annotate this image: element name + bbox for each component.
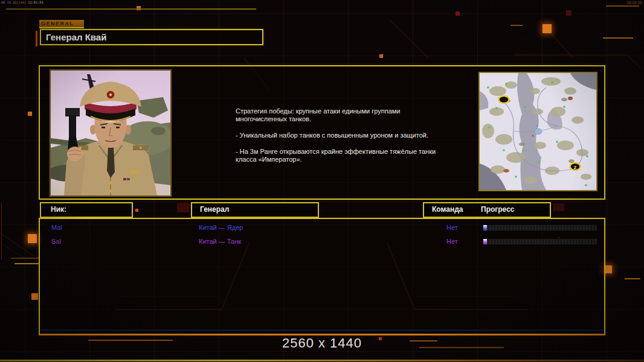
progress-ticks [483, 225, 597, 230]
map-start-marker-2: 2 [570, 163, 581, 170]
header-progress-label: Прогресс [481, 203, 514, 216]
player-row: Sal Китай — Танк Нет [40, 235, 604, 249]
deco-line [603, 37, 633, 39]
tab-general[interactable]: GENERAL [39, 20, 84, 28]
debug-token: [144] [16, 1, 26, 4]
deco-line [6, 8, 256, 10]
map-preview: 2 [478, 72, 597, 191]
deco-square [31, 293, 38, 300]
general-portrait-image [51, 71, 170, 195]
player-progress-bar [482, 238, 598, 246]
player-row: Mal Китай — Ядер Нет [40, 221, 604, 235]
resolution-label: 2560 x 1440 [0, 335, 644, 351]
deco-square [379, 54, 383, 58]
header-team-label: Команда [432, 203, 463, 216]
general-title-box: Генерал Квай [40, 29, 263, 45]
deco-square [543, 24, 552, 33]
header-nick: Ник: [40, 202, 133, 218]
description-paragraph: Стратегия победы: крупные атаки едиными … [236, 107, 438, 123]
deco-navy-strip [40, 329, 604, 331]
page-title: Генерал Квай [41, 30, 262, 44]
deco-bottom-line [0, 360, 644, 361]
deco-line [36, 31, 37, 46]
player-general: Китай — Ядер [199, 224, 243, 231]
progress-fill [483, 225, 487, 230]
debug-token: UR [1, 1, 5, 4]
player-list-panel: Mal Китай — Ядер Нет Sal Китай — Танк Не… [39, 218, 605, 335]
header-general: Генерал [191, 202, 319, 218]
deco-patch [553, 203, 564, 211]
deco-square [456, 11, 460, 16]
general-portrait [50, 69, 172, 197]
header-team-progress: Команда Прогресс [423, 202, 551, 218]
game-timer: 00:00:00 [626, 1, 642, 5]
general-info-panel: Стратегия победы: крупные атаки едиными … [39, 65, 605, 200]
deco-line [14, 263, 40, 264]
deco-patch [177, 203, 189, 212]
progress-ticks [483, 239, 597, 244]
map-start-marker-label: 2 [574, 165, 577, 170]
deco-line [11, 258, 40, 259]
player-rows: Mal Китай — Ядер Нет Sal Китай — Танк Не… [40, 219, 604, 249]
deco-line [606, 5, 639, 7]
deco-square [28, 112, 32, 116]
map-start-marker-1 [499, 96, 509, 103]
game-lobby-screen: UR 30 32[144] 22:01:03 00:00:00 GENERAL … [0, 0, 644, 362]
description-paragraph: - Уникальный набор танков с повышенным у… [236, 132, 438, 139]
debug-token: 30 [7, 1, 10, 4]
player-team: Нет [446, 238, 458, 245]
deco-line [510, 25, 523, 26]
debug-overlay: UR 30 32[144] 22:01:03 [1, 1, 43, 4]
player-team: Нет [446, 224, 458, 231]
deco-square [135, 209, 138, 212]
progress-fill [483, 239, 487, 244]
player-nick: Mal [51, 224, 62, 231]
player-progress-bar [482, 224, 598, 232]
deco-line [625, 278, 640, 279]
player-nick: Sal [51, 238, 61, 245]
description-paragraph: - На 3м Ранге открываются крайне эффекти… [236, 148, 438, 164]
deco-square [566, 10, 572, 16]
deco-line [1, 202, 2, 259]
deco-square [28, 234, 37, 243]
general-description: Стратегия победы: крупные атаки едиными … [236, 107, 438, 172]
debug-time: 22:01:03 [28, 1, 43, 4]
player-general: Китай — Танк [199, 238, 241, 245]
map-preview-image: 2 [480, 73, 596, 190]
